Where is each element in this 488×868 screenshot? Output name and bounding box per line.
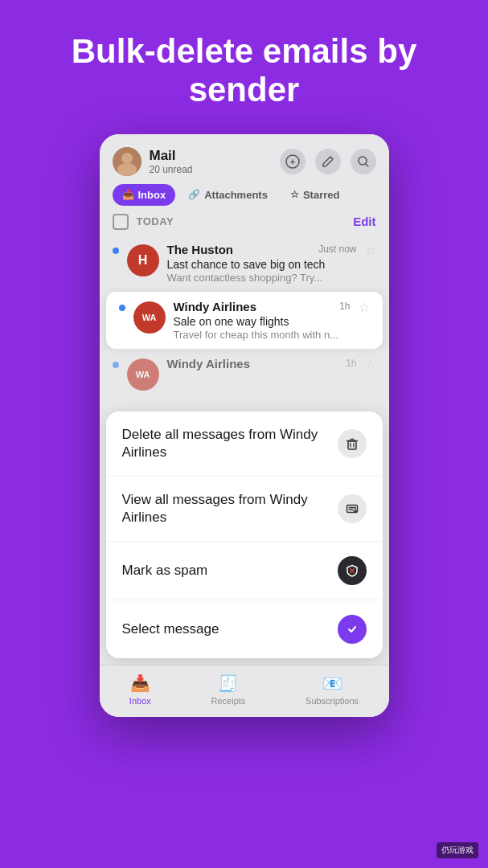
compose-icon[interactable]: +	[280, 149, 306, 174]
subscriptions-bottom-icon: 📧	[322, 674, 342, 693]
sender-name: Windy Airlines	[167, 357, 251, 371]
bottom-tab-inbox-label: Inbox	[129, 696, 151, 706]
inbox-bottom-icon: 📥	[130, 674, 150, 693]
context-spam[interactable]: Mark as spam	[106, 542, 383, 600]
svg-rect-7	[348, 441, 356, 449]
edit-button[interactable]: Edit	[353, 215, 375, 228]
msg-preview: Travel for cheap this month with n...	[174, 329, 351, 341]
spam-label: Mark as spam	[122, 562, 328, 579]
msg-top-row: Windy Airlines 1h	[167, 357, 357, 371]
message-row-partial: WA Windy Airlines 1h ☆	[100, 349, 389, 399]
today-label: TODAY	[137, 215, 174, 227]
msg-preview: Want contactless shopping? Try...	[167, 272, 357, 284]
inbox-tab-icon: 📥	[122, 189, 134, 200]
tab-inbox-label: Inbox	[138, 189, 166, 201]
sender-avatar: WA	[133, 301, 166, 334]
msg-time: 1h	[339, 301, 350, 312]
msg-subject: Last chance to save big on tech	[167, 258, 357, 271]
svg-point-1	[121, 153, 133, 164]
tabs-row: 📥 Inbox 🔗 Attachments ☆ Starred	[100, 176, 389, 206]
select-label: Select message	[122, 620, 328, 638]
unread-indicator	[113, 248, 119, 254]
message-content: Windy Airlines 1h	[167, 357, 357, 371]
bottom-tab-receipts-label: Receipts	[211, 696, 246, 706]
msg-top-row: The Huston Just now	[167, 243, 357, 256]
watermark: 仍玩游戏	[437, 842, 478, 858]
tab-inbox[interactable]: 📥 Inbox	[113, 184, 176, 206]
receipts-bottom-icon: 🧾	[218, 674, 238, 693]
tab-attachments-label: Attachments	[204, 189, 268, 201]
app-background: Bulk-delete emails by sender Mail 20 unr…	[0, 0, 488, 868]
unread-indicator	[113, 362, 119, 368]
sender-avatar: H	[127, 244, 159, 276]
bottom-tab-subscriptions-label: Subscriptions	[306, 696, 359, 706]
msg-top-row: Windy Airlines 1h	[174, 300, 351, 313]
header-left: Mail 20 unread	[113, 147, 193, 176]
bottom-tab-bar: 📥 Inbox 🧾 Receipts 📧 Subscriptions	[100, 665, 389, 717]
message-row[interactable]: H The Huston Just now Last chance to sav…	[100, 235, 389, 292]
select-all-checkbox[interactable]	[113, 214, 129, 230]
msg-time: Just now	[318, 244, 356, 255]
section-header-left: TODAY	[113, 214, 174, 230]
mail-header: Mail 20 unread +	[100, 134, 389, 176]
page-title: Bulk-delete emails by sender	[16, 32, 472, 110]
svg-point-2	[117, 163, 137, 176]
view-all-label: View all messages from Windy Airlines	[122, 491, 328, 526]
search-icon[interactable]	[351, 149, 376, 174]
bottom-tab-inbox[interactable]: 📥 Inbox	[129, 674, 151, 706]
unread-indicator	[119, 305, 125, 311]
context-delete-all[interactable]: Delete all messages from Windy Airlines	[106, 411, 383, 477]
avatar	[113, 147, 141, 176]
sender-name: Windy Airlines	[174, 300, 257, 313]
sender-name: The Huston	[167, 243, 234, 256]
message-content: Windy Airlines 1h Sale on one way flight…	[174, 300, 351, 341]
tab-starred-label: Starred	[303, 189, 340, 201]
inbox-view-icon	[338, 494, 367, 523]
context-menu: Delete all messages from Windy Airlines …	[106, 411, 383, 658]
tab-attachments[interactable]: 🔗 Attachments	[178, 184, 277, 206]
context-view-all[interactable]: View all messages from Windy Airlines	[106, 477, 383, 542]
message-row[interactable]: WA Windy Airlines 1h Sale on one way fli…	[106, 292, 383, 349]
shield-x-icon	[338, 556, 367, 585]
phone-mockup: Mail 20 unread +	[100, 134, 389, 717]
svg-point-9	[345, 622, 359, 637]
mail-title-block: Mail 20 unread	[150, 148, 193, 175]
context-select[interactable]: Select message	[106, 600, 383, 658]
delete-all-label: Delete all messages from Windy Airlines	[122, 426, 328, 461]
bottom-tab-receipts[interactable]: 🧾 Receipts	[211, 674, 246, 706]
msg-subject: Sale on one way flights	[174, 315, 351, 328]
app-name: Mail	[150, 148, 193, 164]
trash-icon	[338, 429, 367, 458]
attach-tab-icon: 🔗	[188, 189, 200, 200]
tab-starred[interactable]: ☆ Starred	[281, 184, 350, 206]
msg-time: 1h	[346, 358, 356, 369]
section-header: TODAY Edit	[100, 206, 389, 235]
svg-line-6	[366, 164, 368, 166]
message-list: TODAY Edit H The Huston Just now Last ch…	[100, 206, 389, 405]
star-button[interactable]: ☆	[359, 300, 370, 315]
header-right: +	[280, 149, 376, 174]
message-content: The Huston Just now Last chance to save …	[167, 243, 357, 284]
bottom-tab-subscriptions[interactable]: 📧 Subscriptions	[306, 674, 359, 706]
star-tab-icon: ☆	[290, 189, 299, 200]
star-button[interactable]: ☆	[365, 357, 376, 372]
unread-count: 20 unread	[150, 164, 193, 175]
edit-icon[interactable]	[315, 149, 341, 174]
star-button[interactable]: ☆	[365, 243, 376, 258]
svg-text:+: +	[289, 157, 294, 166]
check-circle-icon	[338, 615, 367, 644]
sender-avatar: WA	[127, 358, 159, 391]
